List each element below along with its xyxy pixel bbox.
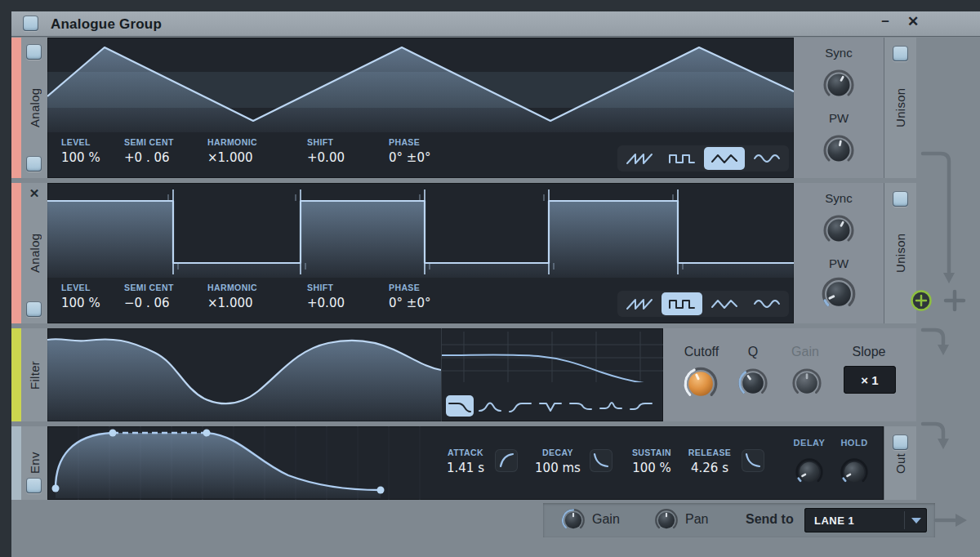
osc2-harmonic-param: HARMONIC ×1.000 <box>207 283 257 310</box>
param-value[interactable]: +0.00 <box>307 150 345 165</box>
osc2-waveform[interactable] <box>47 183 794 278</box>
pw-label: PW <box>794 256 884 270</box>
osc2-enable-checkbox[interactable] <box>26 301 42 317</box>
param-value[interactable]: 4.26 s <box>681 461 738 475</box>
sine-wave-icon[interactable] <box>746 292 787 315</box>
triangle-wave-icon[interactable] <box>704 147 745 170</box>
square-wave-icon[interactable] <box>662 292 702 315</box>
osc2-side-panel: Sync PW <box>794 183 884 323</box>
filter-gain-knob[interactable] <box>791 368 822 399</box>
attack-param: ATTACK 1.41 s <box>439 448 492 475</box>
param-value[interactable]: 100 % <box>61 296 100 310</box>
osc1-unison-column: Unison <box>884 38 916 178</box>
sync-label: Sync <box>794 191 884 205</box>
pw-label: PW <box>794 111 884 125</box>
window-edge-top <box>0 0 980 11</box>
pan-label: Pan <box>685 512 708 527</box>
window-title: Analogue Group <box>51 16 162 33</box>
hold-label: HOLD <box>833 438 875 448</box>
arrow-right-icon <box>956 514 967 527</box>
param-label: HARMONIC <box>207 137 257 147</box>
lane-pan-knob[interactable] <box>654 508 679 532</box>
param-label: LEVEL <box>61 137 100 147</box>
slope-value[interactable]: × 1 <box>844 366 896 394</box>
param-value[interactable]: 100 ms <box>531 461 585 475</box>
osc2-display: LEVEL 100 % SEMI CENT −0 . 06 HARMONIC ×… <box>47 183 794 323</box>
param-label: ATTACK <box>439 448 492 457</box>
saw-wave-icon[interactable] <box>619 292 660 315</box>
decay-param: DECAY 100 ms <box>531 448 585 475</box>
lane-value: LANE 1 <box>814 515 854 527</box>
osc1-waveform[interactable] <box>47 38 794 132</box>
param-label: HARMONIC <box>207 283 257 292</box>
param-value[interactable]: 0° ±0° <box>389 296 430 310</box>
plugin-window: Analogue Group – ✕ Analog LEVEL 100 % SE… <box>0 0 980 557</box>
filter-module-name: Filter <box>21 328 47 421</box>
group-enable-checkbox[interactable] <box>23 16 38 31</box>
lowpass-filter-icon[interactable] <box>446 395 474 417</box>
filter-waveform[interactable] <box>47 328 441 421</box>
sine-wave-icon[interactable] <box>746 147 787 170</box>
triangle-wave-icon[interactable] <box>704 292 745 315</box>
param-value[interactable]: ×1.000 <box>207 296 257 310</box>
param-value[interactable]: +0 . 06 <box>124 150 174 165</box>
delay-knob[interactable] <box>795 457 824 487</box>
cutoff-knob[interactable] <box>683 366 719 402</box>
osc2-phase-param: PHASE 0° ±0° <box>389 283 430 310</box>
dropdown-divider <box>904 511 905 529</box>
param-value[interactable]: 100 % <box>61 150 100 165</box>
param-value[interactable]: ×1.000 <box>207 150 257 165</box>
minimize-button[interactable]: – <box>875 13 895 29</box>
env-enable-checkbox[interactable] <box>26 478 42 493</box>
osc1-module: Analog LEVEL 100 % SEMI CENT +0 . 06 HAR… <box>11 38 916 178</box>
release-param: RELEASE 4.26 s <box>681 448 738 475</box>
attack-curve-icon[interactable] <box>495 449 518 472</box>
q-knob[interactable] <box>737 368 768 399</box>
env-input-line <box>923 424 943 439</box>
osc1-sync-knob[interactable] <box>822 69 855 101</box>
lane-gain-knob[interactable] <box>561 508 586 532</box>
close-button[interactable]: ✕ <box>903 13 923 30</box>
sync-label: Sync <box>794 46 884 60</box>
decay-curve-icon[interactable] <box>590 449 612 472</box>
arrow-down-icon <box>938 439 949 449</box>
osc2-sync-knob[interactable] <box>822 214 855 247</box>
chevron-down-icon <box>911 518 921 524</box>
gain-label: Gain <box>592 512 620 527</box>
osc1-level-param: LEVEL 100 % <box>61 137 100 165</box>
peak-filter-icon[interactable] <box>597 395 625 417</box>
env-out-column: Out <box>884 426 916 500</box>
filter-response-graph[interactable] <box>441 328 663 421</box>
arrow-down-icon <box>938 345 949 355</box>
osc2-pw-knob[interactable] <box>821 276 857 312</box>
hold-knob[interactable] <box>840 457 869 487</box>
notch-filter-icon[interactable] <box>537 395 564 417</box>
filter-label-column: Filter <box>21 328 47 421</box>
release-curve-icon[interactable] <box>742 449 764 472</box>
param-value[interactable]: 1.41 s <box>439 461 492 475</box>
osc1-harmonic-param: HARMONIC ×1.000 <box>207 137 257 165</box>
env-curve[interactable] <box>47 426 438 500</box>
osc2-level-param: LEVEL 100 % <box>61 283 100 310</box>
low-shelf-filter-icon[interactable] <box>567 395 595 417</box>
osc1-enable-checkbox[interactable] <box>26 156 42 172</box>
send-to-label: Send to <box>746 512 794 527</box>
param-value[interactable]: −0 . 06 <box>124 296 174 310</box>
param-value[interactable]: 100 % <box>624 461 679 475</box>
lane-select-dropdown[interactable]: LANE 1 <box>804 508 927 532</box>
highpass-filter-icon[interactable] <box>506 395 534 417</box>
osc1-semicent-param: SEMI CENT +0 . 06 <box>124 137 174 165</box>
square-wave-icon[interactable] <box>662 147 702 170</box>
param-value[interactable]: +0.00 <box>307 296 345 310</box>
arrow-down-icon <box>943 273 955 283</box>
param-value[interactable]: 0° ±0° <box>389 150 430 165</box>
mix-plus-icon <box>946 292 964 310</box>
osc1-pw-knob[interactable] <box>822 134 855 167</box>
saw-wave-icon[interactable] <box>619 147 660 170</box>
env-out-label: Out <box>884 426 916 500</box>
osc1-unison-label: Unison <box>884 38 916 178</box>
high-shelf-filter-icon[interactable] <box>627 395 655 417</box>
param-label: SEMI CENT <box>124 137 174 147</box>
bandpass-filter-icon[interactable] <box>476 395 504 417</box>
window-edge-left <box>0 0 11 557</box>
